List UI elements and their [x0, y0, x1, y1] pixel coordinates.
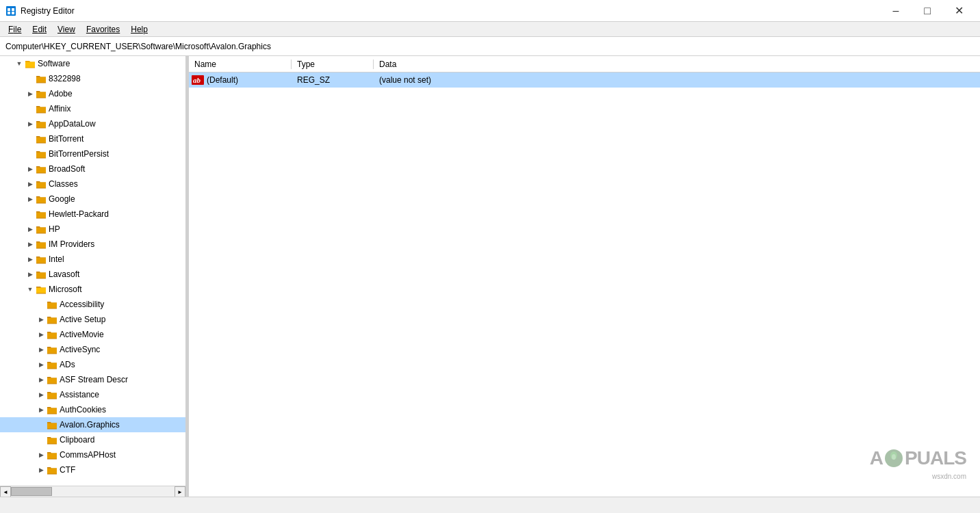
tree-item-hewlett-packard[interactable]: Hewlett-Packard: [0, 207, 185, 222]
window-controls: – □ ✕: [880, 0, 975, 22]
tree-item-asf-stream-descr[interactable]: ASF Stream Descr: [0, 372, 185, 387]
folder-icon-classes: [36, 179, 47, 189]
tree-item-classes[interactable]: Classes: [0, 176, 185, 192]
folder-icon-activemovie: [47, 329, 57, 340]
main-content: Software 8322898 Adobe: [0, 56, 980, 497]
tree-item-bittorrent[interactable]: BitTorrent: [0, 131, 185, 146]
expander-activemovie[interactable]: [36, 329, 47, 340]
menu-help[interactable]: Help: [125, 23, 153, 36]
tree-item-commsaphost[interactable]: CommsAPHost: [0, 447, 185, 462]
hscroll-thumb[interactable]: [11, 487, 52, 496]
tree-item-affinix[interactable]: Affinix: [0, 101, 185, 116]
tree-label-hp: HP: [49, 224, 60, 234]
expander-intel[interactable]: [25, 254, 36, 265]
tree-item-intel[interactable]: Intel: [0, 252, 185, 267]
folder-icon-activesync: [47, 344, 57, 355]
folder-icon-accessibility: [47, 299, 57, 310]
tree-label-asf-stream-descr: ASF Stream Descr: [60, 375, 128, 384]
hscroll-right-button[interactable]: ►: [175, 486, 185, 497]
tree-item-clipboard[interactable]: Clipboard: [0, 432, 185, 447]
menu-edit[interactable]: Edit: [27, 23, 52, 36]
detail-row-default[interactable]: ab (Default) REG_SZ (value not set): [189, 73, 980, 88]
tree-label-affinix: Affinix: [49, 104, 70, 114]
expander-microsoft[interactable]: [25, 284, 36, 295]
watermark-url: wsxdn.com: [932, 473, 966, 480]
tree-item-adobe[interactable]: Adobe: [0, 86, 185, 101]
tree-item-8322898[interactable]: 8322898: [0, 71, 185, 86]
detail-cell-name-default: ab (Default): [189, 75, 292, 85]
expander-asf-stream-descr[interactable]: [36, 374, 47, 385]
folder-icon-assistance: [47, 389, 57, 400]
expander-activesync[interactable]: [36, 344, 47, 355]
title-bar: Registry Editor – □ ✕: [0, 0, 980, 22]
menu-bar: File Edit View Favorites Help: [0, 22, 980, 37]
tree-panel: Software 8322898 Adobe: [0, 56, 186, 497]
tree-item-im-providers[interactable]: IM Providers: [0, 237, 185, 252]
tree-label-ctf: CTF: [60, 465, 75, 475]
maximize-button[interactable]: □: [912, 0, 943, 22]
expander-google[interactable]: [25, 194, 36, 205]
close-button[interactable]: ✕: [943, 0, 975, 22]
folder-icon-ctf: [47, 464, 57, 475]
tree-label-broadsoft: BroadSoft: [49, 164, 85, 174]
tree-item-activesync[interactable]: ActiveSync: [0, 342, 185, 357]
address-path[interactable]: Computer\HKEY_CURRENT_USER\Software\Micr…: [5, 42, 271, 51]
detail-panel: Name Type Data ab (Default) REG_SZ (valu…: [189, 56, 980, 497]
menu-view[interactable]: View: [52, 23, 81, 36]
menu-favorites[interactable]: Favorites: [81, 23, 125, 36]
tree-item-assistance[interactable]: Assistance: [0, 387, 185, 402]
expander-classes[interactable]: [25, 179, 36, 189]
tree-item-activemovie[interactable]: ActiveMovie: [0, 327, 185, 342]
folder-icon-bittorrent: [36, 133, 47, 144]
expander-hp[interactable]: [25, 224, 36, 235]
tree-label-commsaphost: CommsAPHost: [60, 450, 116, 460]
tree-item-ads[interactable]: ADs: [0, 357, 185, 372]
folder-icon-broadsoft: [36, 163, 47, 174]
tree-item-appdatalow[interactable]: AppDataLow: [0, 116, 185, 131]
svg-rect-2: [12, 8, 14, 11]
folder-icon-hewlett-packard: [36, 209, 47, 220]
minimize-button[interactable]: –: [880, 0, 912, 22]
expander-im-providers[interactable]: [25, 239, 36, 250]
tree-item-hp[interactable]: HP: [0, 222, 185, 237]
hscroll-left-button[interactable]: ◄: [0, 486, 11, 497]
folder-open-icon-microsoft: [36, 284, 47, 295]
tree-label-software: Software: [38, 59, 70, 68]
svg-rect-4: [12, 12, 14, 14]
tree-item-ctf[interactable]: CTF: [0, 462, 185, 477]
watermark: A PUALS: [870, 447, 966, 469]
tree-item-accessibility[interactable]: Accessibility: [0, 297, 185, 312]
expander-active-setup[interactable]: [36, 314, 47, 325]
detail-name-value-default: (Default): [207, 75, 238, 85]
tree-item-bittorrentpersist[interactable]: BitTorrentPersist: [0, 146, 185, 161]
expander-ads[interactable]: [36, 359, 47, 370]
tree-item-lavasoft[interactable]: Lavasoft: [0, 267, 185, 282]
expander-adobe[interactable]: [25, 88, 36, 99]
expander-authcookies[interactable]: [36, 404, 47, 415]
folder-icon-ads: [47, 359, 57, 370]
tree-label-activemovie: ActiveMovie: [60, 330, 104, 339]
tree-item-microsoft[interactable]: Microsoft: [0, 282, 185, 297]
tree-item-software[interactable]: Software: [0, 56, 185, 71]
tree-scroll[interactable]: Software 8322898 Adobe: [0, 56, 185, 486]
expander-assistance[interactable]: [36, 389, 47, 400]
tree-item-google[interactable]: Google: [0, 192, 185, 207]
expander-lavasoft[interactable]: [25, 269, 36, 280]
tree-label-intel: Intel: [49, 254, 64, 264]
tree-item-broadsoft[interactable]: BroadSoft: [0, 161, 185, 176]
detail-cell-type-default: REG_SZ: [292, 75, 374, 85]
menu-file[interactable]: File: [3, 23, 27, 36]
watermark-text2: PUALS: [905, 447, 966, 469]
tree-horizontal-scrollbar: ◄ ►: [0, 486, 185, 497]
expander-commsaphost[interactable]: [36, 449, 47, 460]
tree-item-active-setup[interactable]: Active Setup: [0, 312, 185, 327]
tree-item-authcookies[interactable]: AuthCookies: [0, 402, 185, 417]
expander-ctf[interactable]: [36, 464, 47, 475]
folder-icon-avalon-graphics: [47, 419, 57, 430]
expander-software[interactable]: [14, 58, 25, 69]
folder-icon-intel: [36, 254, 47, 265]
expander-broadsoft[interactable]: [25, 163, 36, 174]
tree-label-avalon-graphics: Avalon.Graphics: [60, 420, 120, 430]
tree-item-avalon-graphics[interactable]: Avalon.Graphics: [0, 417, 185, 432]
expander-appdatalow[interactable]: [25, 118, 36, 129]
